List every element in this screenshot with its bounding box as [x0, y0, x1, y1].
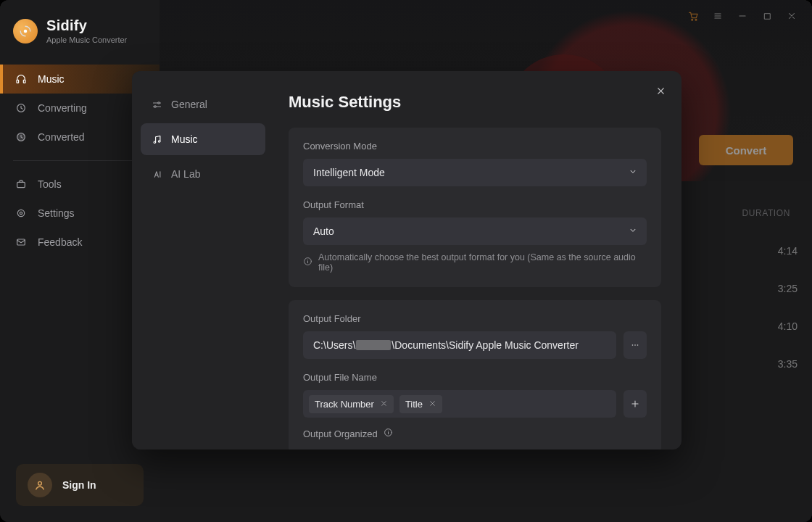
remove-tag-icon[interactable] [380, 399, 388, 410]
brand-name: Sidify [46, 17, 127, 34]
output-folder-path[interactable]: C:\Users\\Documents\Sidify Apple Music C… [303, 331, 616, 359]
modal-tab-general[interactable]: General [141, 88, 265, 120]
svg-rect-4 [17, 80, 19, 83]
chevron-down-icon [628, 167, 638, 179]
filename-tags-input[interactable]: Track Number Title [303, 390, 616, 418]
mail-icon [14, 236, 28, 249]
label-output-format: Output Format [303, 199, 647, 210]
gear-alt-icon [14, 207, 28, 220]
chevron-down-icon [628, 225, 638, 238]
select-value: Intelligent Mode [313, 167, 385, 178]
modal-tab-label: AI Lab [171, 168, 200, 180]
user-icon [28, 473, 52, 497]
svg-point-17 [158, 140, 160, 142]
svg-point-14 [157, 102, 160, 104]
svg-point-3 [24, 29, 28, 33]
label-conversion-mode: Conversion Mode [303, 141, 647, 152]
clock-icon [14, 102, 28, 115]
modal-body: Music Settings Conversion Mode Intellige… [274, 71, 682, 450]
brand-subtitle: Apple Music Converter [46, 36, 127, 44]
modal-sidebar: General Music AI Lab [132, 71, 274, 450]
label-text: Output Organized [303, 428, 378, 439]
divider [13, 160, 146, 161]
info-icon [303, 257, 312, 268]
sliders-icon [151, 99, 162, 110]
panel-conversion: Conversion Mode Intelligent Mode Output … [289, 128, 661, 287]
path-suffix: \Documents\Sidify Apple Music Converter [392, 339, 579, 351]
info-icon[interactable] [384, 428, 393, 439]
browse-folder-button[interactable] [624, 331, 647, 359]
svg-point-15 [154, 105, 156, 107]
settings-modal: General Music AI Lab Music Settings Conv… [132, 71, 682, 450]
panel-output: Output Folder C:\Users\\Documents\Sidify… [289, 300, 661, 450]
svg-point-16 [154, 141, 156, 144]
svg-rect-9 [17, 182, 25, 187]
sidebar-item-label: Music [38, 73, 65, 85]
svg-point-10 [17, 210, 24, 216]
select-output-format[interactable]: Auto [303, 218, 647, 245]
sidebar-item-label: Converting [38, 102, 87, 114]
sidebar-item-label: Tools [38, 178, 62, 190]
headphones-icon [14, 72, 28, 86]
modal-tab-ailab[interactable]: AI Lab [141, 158, 265, 190]
app-window: Sidify Apple Music Converter Music Conve… [0, 0, 812, 522]
redacted-username [356, 340, 391, 350]
brand-logo-icon [13, 19, 38, 44]
briefcase-icon [14, 178, 28, 191]
brand: Sidify Apple Music Converter [0, 13, 160, 57]
label-output-filename: Output File Name [303, 372, 647, 383]
brand-text: Sidify Apple Music Converter [46, 17, 127, 44]
modal-tab-music[interactable]: Music [141, 123, 265, 155]
ai-icon [151, 168, 162, 180]
clock-filled-icon [14, 130, 28, 144]
tag-label: Title [405, 399, 423, 410]
select-value: Auto [313, 225, 334, 237]
filename-tag[interactable]: Track Number [309, 395, 394, 413]
svg-point-21 [637, 344, 639, 346]
tag-label: Track Number [315, 399, 374, 410]
svg-rect-5 [23, 80, 25, 83]
signin-button[interactable]: Sign In [16, 464, 144, 506]
music-icon [151, 133, 162, 145]
svg-point-11 [20, 212, 22, 214]
close-icon[interactable] [651, 81, 670, 100]
modal-tab-label: Music [171, 133, 198, 145]
path-prefix: C:\Users\ [313, 339, 355, 351]
svg-point-13 [38, 481, 42, 485]
output-format-hint: Automatically choose the best output for… [303, 252, 647, 273]
filename-tag[interactable]: Title [399, 395, 442, 413]
add-tag-button[interactable] [624, 390, 647, 418]
label-output-folder: Output Folder [303, 313, 647, 324]
modal-title: Music Settings [289, 93, 661, 112]
modal-tab-label: General [171, 99, 207, 110]
hint-text: Automatically choose the best output for… [318, 252, 647, 273]
select-conversion-mode[interactable]: Intelligent Mode [303, 159, 647, 186]
sidebar-item-label: Converted [38, 131, 85, 143]
sidebar-item-label: Feedback [38, 236, 82, 248]
label-output-organized: Output Organized [303, 428, 647, 439]
sidebar-item-label: Settings [38, 207, 75, 219]
svg-point-20 [634, 344, 636, 346]
remove-tag-icon[interactable] [428, 399, 436, 410]
signin-label: Sign In [62, 479, 96, 491]
svg-point-19 [632, 344, 634, 346]
